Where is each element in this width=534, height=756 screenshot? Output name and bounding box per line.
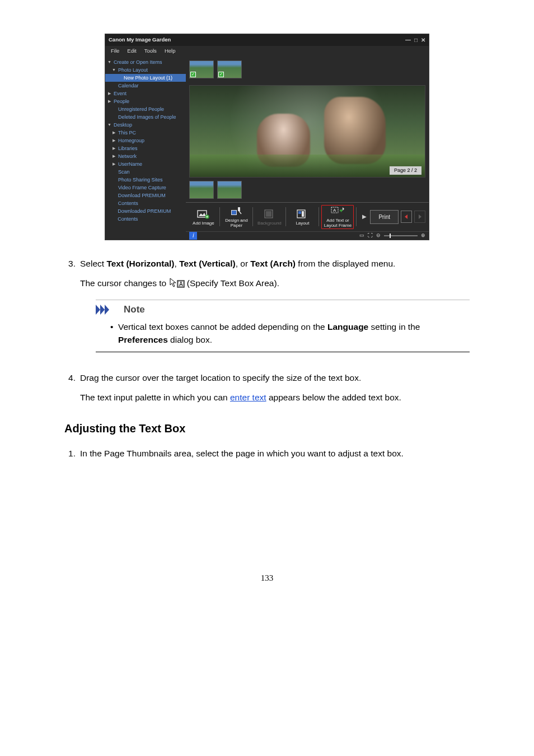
tree-video[interactable]: Video Frame Capture <box>105 184 186 192</box>
tree-deleted[interactable]: Deleted Images of People <box>105 113 186 121</box>
prev-page-button[interactable] <box>401 211 412 223</box>
sidebar: ▼Create or Open Items ▼Photo Layout New … <box>105 57 186 239</box>
design-paper-button[interactable]: Design and Paper <box>222 206 250 228</box>
arrow-right-icon <box>417 214 423 220</box>
note-block: Note • Vertical text boxes cannot be add… <box>96 300 470 352</box>
step-3-number: 3. <box>64 257 80 362</box>
tree-network[interactable]: ▶Network <box>105 152 186 160</box>
menu-help[interactable]: Help <box>165 47 176 55</box>
note-item: • Vertical text boxes cannot be added de… <box>110 320 470 347</box>
tree-event[interactable]: ▶Event <box>105 90 186 97</box>
page-thumb-1[interactable] <box>189 181 214 199</box>
thumbnail-strip-top: ✓ ✓ <box>186 57 429 82</box>
tree-scan[interactable]: Scan <box>105 168 186 176</box>
app-screenshot: Canon My Image Garden — □ ✕ File Edit To… <box>105 34 429 240</box>
tree-download-premium[interactable]: Download PREMIUM Contents <box>105 192 186 207</box>
specify-text-box-cursor-icon: A <box>169 277 185 293</box>
background-button: Background <box>255 208 283 226</box>
step-1b-text: In the Page Thumbnails area, select the … <box>80 447 470 460</box>
info-icon[interactable]: i <box>189 232 197 240</box>
print-button[interactable]: Print <box>370 210 399 224</box>
step-1b-number: 1. <box>64 447 80 460</box>
svg-text:A: A <box>333 208 336 213</box>
menu-edit[interactable]: Edit <box>127 47 136 55</box>
menu-tools[interactable]: Tools <box>144 47 157 55</box>
main-photo-preview[interactable]: Page 2 / 2 <box>189 85 425 178</box>
add-image-icon <box>196 208 210 220</box>
svg-rect-9 <box>302 211 304 217</box>
tree-this-pc[interactable]: ▶This PC <box>105 129 186 137</box>
enter-text-link[interactable]: enter text <box>230 393 266 402</box>
note-label: Note <box>124 302 145 317</box>
thumb-check-icon: ✓ <box>218 72 224 77</box>
svg-rect-4 <box>238 207 240 211</box>
tree-libraries[interactable]: ▶Libraries <box>105 144 186 152</box>
page-thumbnails <box>186 178 429 202</box>
window-minimize-icon[interactable]: — <box>405 36 411 44</box>
tree-downloaded-premium[interactable]: Downloaded PREMIUM Contents <box>105 207 186 223</box>
page-number: 133 <box>64 572 470 585</box>
page-thumb-2[interactable] <box>217 181 242 199</box>
step-1b: 1. In the Page Thumbnails area, select t… <box>64 447 470 460</box>
svg-rect-8 <box>298 211 301 214</box>
zoom-slider[interactable] <box>384 235 418 236</box>
tree-people[interactable]: ▶People <box>105 97 186 105</box>
source-thumb-2[interactable]: ✓ <box>217 60 242 78</box>
step-3-cursor: The cursor changes to A (Specify Text Bo… <box>80 277 470 293</box>
window-titlebar: Canon My Image Garden — □ ✕ <box>105 34 429 46</box>
thumb-check-icon: ✓ <box>190 72 196 77</box>
tree-homegroup[interactable]: ▶Homegroup <box>105 137 186 144</box>
menu-file[interactable]: File <box>111 47 119 55</box>
fit-icon[interactable]: ⛶ <box>368 232 373 240</box>
page-label: Page 2 / 2 <box>390 166 421 175</box>
add-text-frame-icon: A <box>330 206 345 217</box>
tree-sharing[interactable]: Photo Sharing Sites <box>105 176 186 184</box>
layout-button[interactable]: Layout <box>288 208 316 226</box>
toolbar: Add Image Design and Paper B <box>186 202 429 231</box>
note-chevrons-icon <box>96 305 119 315</box>
add-text-frame-button[interactable]: A Add Text or Layout Frame <box>321 205 354 228</box>
step-3: 3. Select Text (Horizontal), Text (Verti… <box>64 257 470 362</box>
tree-desktop[interactable]: ▼Desktop <box>105 121 186 129</box>
tree-new-photo-layout[interactable]: New Photo Layout (1) <box>105 74 186 82</box>
layout-icon <box>295 208 310 220</box>
step-4-line1: Drag the cursor over the target location… <box>80 371 470 384</box>
zoom-out-icon[interactable]: ⊖ <box>376 232 381 240</box>
add-image-button[interactable]: Add Image <box>189 208 217 226</box>
svg-text:A: A <box>179 281 183 287</box>
source-thumb-1[interactable]: ✓ <box>189 60 214 78</box>
zoom-in-icon[interactable]: ⊕ <box>421 232 425 240</box>
tree-username[interactable]: ▶UserName <box>105 160 186 168</box>
svg-rect-3 <box>232 211 236 214</box>
background-icon <box>262 208 277 220</box>
view-mode-icon[interactable]: ▭ <box>359 232 364 240</box>
window-maximize-icon[interactable]: □ <box>414 36 418 44</box>
step-3-lead: Select Text (Horizontal), Text (Vertical… <box>80 257 470 270</box>
section-heading: Adjusting the Text Box <box>64 420 470 437</box>
tree-calendar[interactable]: Calendar <box>105 82 186 90</box>
window-title: Canon My Image Garden <box>109 36 171 44</box>
window-close-icon[interactable]: ✕ <box>421 36 425 44</box>
arrow-left-icon <box>404 214 409 220</box>
toolbar-more-icon[interactable]: ▶ <box>359 213 370 221</box>
next-page-button[interactable] <box>414 211 425 223</box>
tree-photo-layout[interactable]: ▼Photo Layout <box>105 66 186 74</box>
step-4-number: 4. <box>64 371 80 404</box>
step-4-line2: The text input palette in which you can … <box>80 391 470 404</box>
step-4: 4. Drag the cursor over the target locat… <box>64 371 470 404</box>
svg-rect-6 <box>266 211 271 217</box>
menu-bar: File Edit Tools Help <box>105 46 429 57</box>
tree-create-open[interactable]: ▼Create or Open Items <box>105 58 186 66</box>
status-bar: i ▭ ⛶ ⊖ ⊕ <box>186 231 429 240</box>
design-paper-icon <box>229 206 243 217</box>
tree-unregistered[interactable]: Unregistered People <box>105 105 186 113</box>
